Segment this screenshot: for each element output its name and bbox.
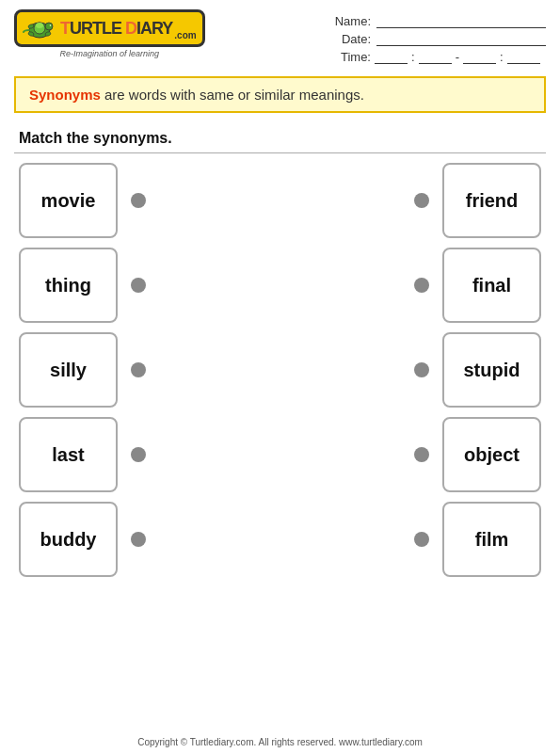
match-row: movie friend <box>19 163 541 238</box>
right-side: film <box>414 502 541 577</box>
right-word-card: final <box>442 248 541 323</box>
logo-area: TURTLE DIARY .com Re-Imagination of lear… <box>14 9 205 58</box>
left-dot[interactable] <box>131 193 146 208</box>
footer: Copyright © Turtlediary.com. All rights … <box>0 737 560 747</box>
synonym-banner: Synonyms are words with same or similar … <box>14 76 546 113</box>
left-side: last <box>19 417 146 492</box>
header: TURTLE DIARY .com Re-Imagination of lear… <box>0 0 560 69</box>
logo-box: TURTLE DIARY .com <box>14 9 205 47</box>
right-word-card: friend <box>442 163 541 238</box>
logo-tagline: Re-Imagination of learning <box>60 49 160 58</box>
right-dot[interactable] <box>414 193 429 208</box>
left-dot[interactable] <box>131 278 146 293</box>
right-dot[interactable] <box>414 532 429 547</box>
match-row: thing final <box>19 248 541 323</box>
time-row: Time: : - : <box>328 50 546 64</box>
divider <box>14 152 546 153</box>
instructions: Match the synonyms. <box>0 120 560 152</box>
match-row: buddy film <box>19 502 541 577</box>
left-word-card: thing <box>19 248 118 323</box>
right-side: stupid <box>414 332 541 408</box>
match-row: last object <box>19 417 541 492</box>
match-row: silly stupid <box>19 332 541 408</box>
date-line <box>376 33 546 46</box>
left-side: buddy <box>19 502 146 577</box>
right-dot[interactable] <box>414 447 429 462</box>
matching-area: movie friend thing final silly <box>0 163 560 577</box>
time-label: Time: <box>328 50 371 64</box>
right-dot[interactable] <box>414 362 429 377</box>
left-word-card: last <box>19 417 118 492</box>
svg-point-2 <box>36 23 43 28</box>
right-dot[interactable] <box>414 278 429 293</box>
right-word-card: stupid <box>442 332 541 408</box>
name-line <box>376 15 546 28</box>
left-side: silly <box>19 332 146 408</box>
date-label: Date: <box>328 32 371 46</box>
left-side: movie <box>19 163 146 238</box>
left-word-card: silly <box>19 332 118 408</box>
left-word-card: movie <box>19 163 118 238</box>
time-seg3 <box>463 51 496 64</box>
left-dot[interactable] <box>131 447 146 462</box>
left-word-card: buddy <box>19 502 118 577</box>
right-side: object <box>414 417 541 492</box>
name-label: Name: <box>328 14 371 28</box>
form-fields: Name: Date: Time: : - : <box>328 9 546 64</box>
right-side: final <box>414 248 541 323</box>
svg-point-3 <box>45 23 53 30</box>
name-row: Name: <box>328 14 546 28</box>
right-word-card: film <box>442 502 541 577</box>
synonyms-keyword: Synonyms <box>29 87 101 103</box>
left-dot[interactable] <box>131 362 146 377</box>
banner-text: are words with same or similar meanings. <box>101 87 364 103</box>
time-seg1 <box>375 51 408 64</box>
left-side: thing <box>19 248 146 323</box>
time-seg4 <box>507 51 540 64</box>
time-seg2 <box>419 51 452 64</box>
svg-point-4 <box>50 24 52 26</box>
logo-com: .com <box>174 30 196 40</box>
right-side: friend <box>414 163 541 238</box>
date-row: Date: <box>328 32 546 46</box>
right-word-card: object <box>442 417 541 492</box>
left-dot[interactable] <box>131 532 146 547</box>
turtle-icon <box>23 15 56 41</box>
logo-text: TURTLE DIARY <box>60 20 172 37</box>
